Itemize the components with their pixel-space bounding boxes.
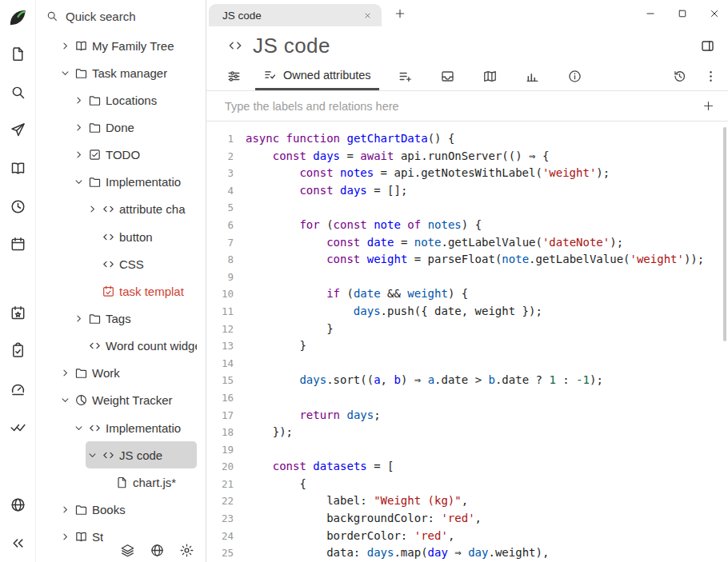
map-icon[interactable] — [469, 62, 511, 90]
window-controls — [645, 0, 720, 26]
chevron-down-icon[interactable] — [58, 67, 72, 79]
ribbon-tab-owned-attributes[interactable]: Owned attributes — [255, 62, 379, 90]
window-close-button[interactable] — [709, 8, 720, 19]
new-note-icon[interactable] — [0, 35, 36, 74]
code-editor[interactable]: 1234567891011121314151617181920212223242… — [206, 122, 728, 562]
chevron-down-icon[interactable] — [72, 422, 86, 434]
chevron-right-icon[interactable] — [72, 122, 86, 134]
tree-item-label: task templat — [117, 285, 184, 298]
code-line: if (date && weight) { — [246, 285, 728, 303]
code-line — [246, 441, 728, 459]
chevron-down-icon[interactable] — [86, 449, 99, 461]
folder-icon — [86, 94, 103, 107]
tree-item-implementatio[interactable]: Implementatio — [36, 169, 206, 196]
tree-item-label: chart.js* — [130, 476, 176, 489]
globe-icon[interactable] — [150, 543, 165, 558]
tree-item-word-count-widge[interactable]: Word count widge — [36, 333, 206, 360]
book-open-icon[interactable] — [0, 149, 36, 188]
layers-icon[interactable] — [120, 543, 135, 558]
chevron-right-icon[interactable] — [72, 313, 86, 325]
code-line — [246, 389, 728, 407]
logo-icon[interactable] — [0, 0, 36, 35]
inbox-icon[interactable] — [426, 62, 469, 90]
line-number: 17 — [206, 407, 234, 424]
code-line: } — [246, 321, 728, 338]
tree-item-tags[interactable]: Tags — [36, 305, 206, 332]
trilium-app: Quick search My Family TreeTask managerL… — [0, 0, 728, 562]
tree-item-task-manager[interactable]: Task manager — [36, 59, 206, 86]
chevron-right-icon[interactable] — [72, 94, 86, 106]
recent-changes-icon[interactable] — [0, 187, 36, 225]
chevron-right-icon[interactable] — [58, 367, 72, 379]
tree-item-books[interactable]: Books — [36, 496, 206, 523]
tree-item-weight-tracker[interactable]: Weight Tracker — [36, 387, 206, 414]
tree-item-label: Work — [90, 366, 120, 380]
tree-bottom-bar — [120, 543, 194, 558]
collapse-left-icon[interactable] — [0, 524, 36, 562]
editor-scrollbar[interactable] — [723, 127, 726, 341]
code-line: label: "Weight (kg)", — [246, 492, 728, 510]
line-number: 8 — [206, 251, 234, 269]
quick-search[interactable]: Quick search — [36, 0, 206, 32]
code-line — [246, 269, 728, 286]
tree-item-work[interactable]: Work — [36, 360, 206, 387]
dashboard-icon[interactable] — [0, 370, 36, 409]
window-minimize-button[interactable] — [645, 8, 656, 19]
double-check-icon[interactable] — [0, 408, 36, 446]
search-icon[interactable] — [0, 74, 36, 112]
info-icon[interactable] — [554, 62, 596, 90]
ribbon-right-icons — [672, 62, 720, 90]
tree-item-my-family-tree[interactable]: My Family Tree — [36, 32, 206, 59]
line-number: 21 — [206, 476, 234, 493]
tree-item-locations[interactable]: Locations — [36, 86, 206, 114]
ribbon-icons — [384, 62, 596, 90]
tree-item-todo[interactable]: TODO — [36, 141, 206, 169]
code-icon — [99, 448, 117, 462]
tab-close-icon[interactable] — [363, 11, 372, 20]
chevron-right-icon[interactable] — [86, 203, 99, 215]
note-title[interactable]: JS code — [253, 34, 700, 58]
tree-item-css[interactable]: CSS — [36, 250, 206, 277]
history-icon[interactable] — [672, 69, 687, 84]
tree-item-implementatio[interactable]: Implementatio — [36, 414, 206, 441]
tree-item-js-code[interactable]: JS code — [36, 441, 206, 468]
tree-item-button[interactable]: button — [36, 223, 206, 250]
bar-chart-icon[interactable] — [511, 62, 554, 90]
list-plus-icon[interactable] — [384, 62, 426, 90]
chevron-right-icon[interactable] — [58, 40, 72, 52]
calendar-star-icon[interactable] — [0, 294, 36, 333]
globe-icon[interactable] — [0, 486, 36, 524]
basic-properties-icon[interactable] — [213, 62, 255, 90]
toggle-right-pane-icon[interactable] — [700, 38, 718, 54]
add-attribute-button[interactable] — [702, 99, 715, 113]
send-plane-icon[interactable] — [0, 111, 36, 149]
chevron-right-icon[interactable] — [58, 531, 72, 543]
book-open-icon — [72, 530, 90, 544]
window-maximize-button[interactable] — [677, 8, 688, 19]
new-tab-button[interactable] — [394, 7, 406, 20]
line-number: 1 — [206, 130, 234, 148]
tree-item-chart-js[interactable]: chart.js* — [36, 468, 206, 496]
tree-item-label: attribute cha — [117, 202, 186, 216]
code-line: } — [246, 337, 728, 355]
kebab-icon[interactable] — [703, 69, 718, 84]
gear-icon[interactable] — [179, 543, 194, 558]
line-number: 14 — [206, 355, 234, 373]
note-tree-panel: Quick search My Family TreeTask managerL… — [36, 0, 206, 562]
tree-item-attribute-cha[interactable]: attribute cha — [36, 196, 206, 223]
tree-item-task-templat[interactable]: task templat — [36, 277, 206, 305]
code-line: backgroundColor: 'red', — [246, 510, 728, 528]
code-icon — [86, 339, 103, 353]
chevron-right-icon[interactable] — [72, 149, 86, 161]
tab-js-code[interactable]: JS code — [209, 4, 382, 26]
clipboard-check-icon[interactable] — [0, 332, 36, 370]
tree-item-done[interactable]: Done — [36, 114, 206, 141]
file-icon — [113, 476, 130, 489]
chevron-down-icon[interactable] — [72, 176, 86, 188]
tree-item-label: Tags — [103, 312, 131, 325]
calendar-icon[interactable] — [0, 225, 36, 264]
line-number: 15 — [206, 372, 234, 389]
attribute-editor[interactable]: Type the labels and relations here — [206, 91, 728, 122]
chevron-right-icon[interactable] — [58, 504, 72, 516]
chevron-down-icon[interactable] — [58, 394, 72, 406]
